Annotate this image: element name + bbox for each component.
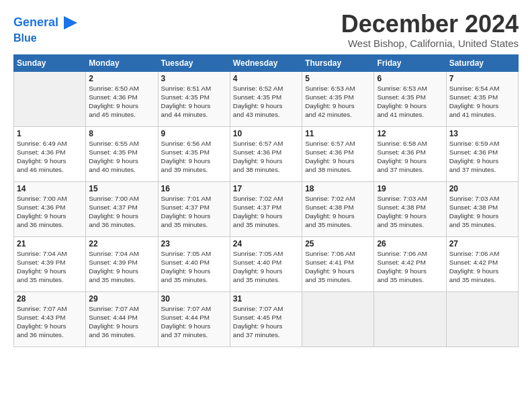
day-info: Sunrise: 7:02 AMSunset: 4:38 PMDaylight:… [305,194,371,230]
table-row: 24Sunrise: 7:05 AMSunset: 4:40 PMDayligh… [230,236,302,291]
day-number: 16 [161,184,227,193]
svg-marker-0 [64,16,77,30]
day-number: 7 [449,74,515,83]
day-info: Sunrise: 7:04 AMSunset: 4:39 PMDaylight:… [17,249,83,285]
day-info: Sunrise: 7:06 AMSunset: 4:42 PMDaylight:… [449,249,515,285]
day-number: 12 [377,129,443,138]
table-row: 17Sunrise: 7:02 AMSunset: 4:37 PMDayligh… [230,181,302,236]
calendar-header-row: Sunday Monday Tuesday Wednesday Thursday… [14,54,519,71]
day-info: Sunrise: 7:05 AMSunset: 4:40 PMDaylight:… [233,249,299,285]
table-row: 6Sunrise: 6:53 AMSunset: 4:35 PMDaylight… [374,71,446,126]
table-row: 4Sunrise: 6:52 AMSunset: 4:35 PMDaylight… [230,71,302,126]
day-info: Sunrise: 7:07 AMSunset: 4:43 PMDaylight:… [17,304,83,340]
day-number: 13 [449,129,515,138]
table-row: 30Sunrise: 7:07 AMSunset: 4:44 PMDayligh… [158,291,230,347]
day-number: 26 [377,239,443,248]
table-row: 3Sunrise: 6:51 AMSunset: 4:35 PMDaylight… [158,71,230,126]
day-number: 18 [305,184,371,193]
table-row: 19Sunrise: 7:03 AMSunset: 4:38 PMDayligh… [374,181,446,236]
day-info: Sunrise: 7:07 AMSunset: 4:44 PMDaylight:… [89,304,154,340]
table-row: 9Sunrise: 6:56 AMSunset: 4:35 PMDaylight… [158,126,230,181]
table-row [302,291,374,347]
day-info: Sunrise: 7:07 AMSunset: 4:44 PMDaylight:… [161,304,227,340]
day-number: 15 [89,184,154,193]
calendar-week-row: 2Sunrise: 6:50 AMSunset: 4:36 PMDaylight… [14,71,519,126]
table-row: 22Sunrise: 7:04 AMSunset: 4:39 PMDayligh… [86,236,158,291]
day-info: Sunrise: 7:00 AMSunset: 4:36 PMDaylight:… [17,194,83,230]
header: General Blue December 2024 West Bishop, … [13,11,519,49]
day-info: Sunrise: 6:57 AMSunset: 4:36 PMDaylight:… [233,139,299,175]
day-number: 10 [233,129,299,138]
logo: General Blue [13,13,80,44]
day-number: 28 [17,294,83,304]
table-row: 10Sunrise: 6:57 AMSunset: 4:36 PMDayligh… [230,126,302,181]
day-number: 25 [305,239,371,248]
day-info: Sunrise: 6:50 AMSunset: 4:36 PMDaylight:… [89,84,154,120]
calendar-week-row: 14Sunrise: 7:00 AMSunset: 4:36 PMDayligh… [14,181,519,236]
day-info: Sunrise: 6:54 AMSunset: 4:35 PMDaylight:… [449,84,515,120]
calendar-table: Sunday Monday Tuesday Wednesday Thursday… [13,54,519,347]
day-number: 4 [233,74,299,83]
day-number: 24 [233,239,299,248]
table-row [374,291,446,347]
table-row: 1Sunrise: 6:49 AMSunset: 4:36 PMDaylight… [14,126,86,181]
logo-text: General [13,16,58,30]
day-number: 2 [89,74,154,83]
col-saturday: Saturday [446,54,518,71]
day-number: 3 [161,74,227,83]
day-info: Sunrise: 7:05 AMSunset: 4:40 PMDaylight:… [161,249,227,285]
day-info: Sunrise: 6:51 AMSunset: 4:35 PMDaylight:… [161,84,227,120]
table-row: 14Sunrise: 7:00 AMSunset: 4:36 PMDayligh… [14,181,86,236]
day-number: 20 [449,184,515,193]
calendar-week-row: 1Sunrise: 6:49 AMSunset: 4:36 PMDaylight… [14,126,519,181]
table-row [446,291,518,347]
day-info: Sunrise: 7:00 AMSunset: 4:37 PMDaylight:… [89,194,154,230]
col-friday: Friday [374,54,446,71]
day-info: Sunrise: 6:55 AMSunset: 4:35 PMDaylight:… [89,139,154,175]
col-monday: Monday [86,54,158,71]
day-number: 11 [305,129,371,138]
col-thursday: Thursday [302,54,374,71]
calendar-week-row: 28Sunrise: 7:07 AMSunset: 4:43 PMDayligh… [14,291,519,347]
day-info: Sunrise: 6:52 AMSunset: 4:35 PMDaylight:… [233,84,299,120]
table-row: 25Sunrise: 7:06 AMSunset: 4:41 PMDayligh… [302,236,374,291]
table-row: 2Sunrise: 6:50 AMSunset: 4:36 PMDaylight… [86,71,158,126]
day-info: Sunrise: 7:01 AMSunset: 4:37 PMDaylight:… [161,194,227,230]
day-info: Sunrise: 7:03 AMSunset: 4:38 PMDaylight:… [449,194,515,230]
table-row: 11Sunrise: 6:57 AMSunset: 4:36 PMDayligh… [302,126,374,181]
calendar-week-row: 21Sunrise: 7:04 AMSunset: 4:39 PMDayligh… [14,236,519,291]
day-number: 9 [161,129,227,138]
table-row: 28Sunrise: 7:07 AMSunset: 4:43 PMDayligh… [14,291,86,347]
day-info: Sunrise: 6:58 AMSunset: 4:36 PMDaylight:… [377,139,443,175]
table-row: 29Sunrise: 7:07 AMSunset: 4:44 PMDayligh… [86,291,158,347]
day-number: 21 [17,239,83,248]
table-row: 21Sunrise: 7:04 AMSunset: 4:39 PMDayligh… [14,236,86,291]
day-info: Sunrise: 6:57 AMSunset: 4:36 PMDaylight:… [305,139,371,175]
day-number: 5 [305,74,371,83]
day-info: Sunrise: 6:56 AMSunset: 4:35 PMDaylight:… [161,139,227,175]
day-number: 8 [89,129,154,138]
table-row: 13Sunrise: 6:59 AMSunset: 4:36 PMDayligh… [446,126,518,181]
table-row [14,71,86,126]
day-info: Sunrise: 6:49 AMSunset: 4:36 PMDaylight:… [17,139,83,175]
logo-icon [61,13,80,32]
day-number: 23 [161,239,227,248]
logo-subtext: Blue [13,32,37,44]
table-row: 15Sunrise: 7:00 AMSunset: 4:37 PMDayligh… [86,181,158,236]
title-block: December 2024 West Bishop, California, U… [341,11,519,49]
day-number: 29 [89,294,154,304]
day-number: 31 [233,294,299,304]
day-info: Sunrise: 6:53 AMSunset: 4:35 PMDaylight:… [305,84,371,120]
table-row: 12Sunrise: 6:58 AMSunset: 4:36 PMDayligh… [374,126,446,181]
day-info: Sunrise: 7:02 AMSunset: 4:37 PMDaylight:… [233,194,299,230]
day-number: 14 [17,184,83,193]
table-row: 31Sunrise: 7:07 AMSunset: 4:45 PMDayligh… [230,291,302,347]
day-info: Sunrise: 7:03 AMSunset: 4:38 PMDaylight:… [377,194,443,230]
table-row: 26Sunrise: 7:06 AMSunset: 4:42 PMDayligh… [374,236,446,291]
day-number: 22 [89,239,154,248]
table-row: 16Sunrise: 7:01 AMSunset: 4:37 PMDayligh… [158,181,230,236]
day-info: Sunrise: 6:53 AMSunset: 4:35 PMDaylight:… [377,84,443,120]
day-info: Sunrise: 7:06 AMSunset: 4:42 PMDaylight:… [377,249,443,285]
col-tuesday: Tuesday [158,54,230,71]
day-number: 6 [377,74,443,83]
